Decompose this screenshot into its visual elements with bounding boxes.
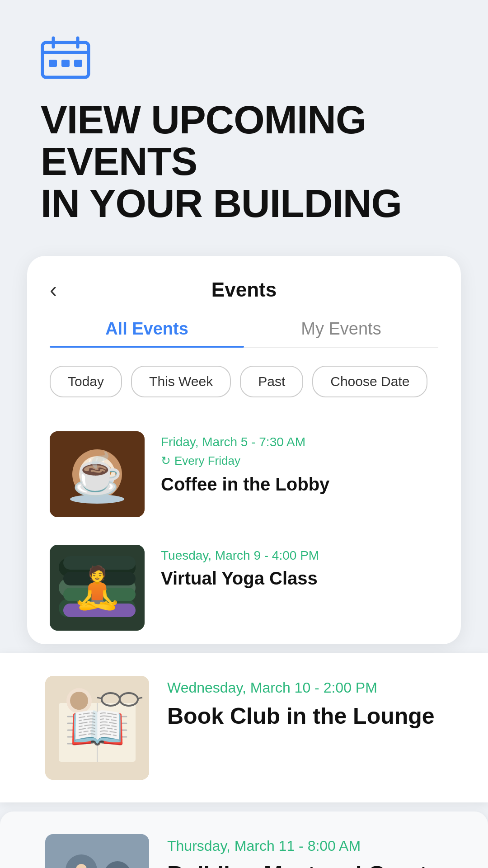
svg-rect-19: [63, 604, 136, 617]
tab-my-events[interactable]: My Events: [244, 319, 438, 347]
hero-title: VIEW UPCOMING EVENTS IN YOUR BUILDING: [41, 99, 447, 224]
svg-point-45: [76, 864, 87, 868]
event-image-book: [45, 676, 149, 780]
event-info-meet: Thursday, March 11 - 8:00 AM Building Me…: [167, 834, 443, 868]
svg-line-40: [97, 698, 102, 698]
event-date-book: Wednesday, March 10 - 2:00 PM: [167, 679, 443, 696]
tab-all-events[interactable]: All Events: [50, 319, 244, 347]
svg-rect-4: [49, 60, 57, 67]
event-title-meet: Building Meet and Greet: [167, 861, 443, 868]
event-title-yoga: Virtual Yoga Class: [161, 567, 438, 589]
filter-past[interactable]: Past: [240, 366, 303, 397]
filter-choose-date[interactable]: Choose Date: [312, 366, 427, 397]
event-date-coffee: Friday, March 5 - 7:30 AM: [161, 435, 438, 449]
bottom-cards: Wednesday, March 10 - 2:00 PM Book Club …: [0, 653, 488, 868]
svg-rect-22: [63, 556, 136, 570]
event-info-book: Wednesday, March 10 - 2:00 PM Book Club …: [167, 676, 443, 730]
svg-point-10: [83, 462, 112, 480]
event-info-coffee: Friday, March 5 - 7:30 AM ↻ Every Friday…: [161, 431, 438, 495]
svg-line-41: [138, 698, 142, 698]
svg-rect-5: [61, 60, 70, 67]
calendar-icon: [41, 36, 90, 79]
svg-point-11: [84, 464, 110, 478]
svg-point-36: [70, 692, 88, 710]
svg-rect-12: [80, 477, 114, 482]
tabs-row: All Events My Events: [50, 319, 438, 348]
event-recurring-coffee: ↻ Every Friday: [161, 454, 438, 468]
svg-point-9: [79, 456, 115, 492]
svg-rect-7: [50, 431, 145, 517]
app-header-title: Events: [211, 278, 277, 301]
svg-rect-21: [63, 572, 136, 585]
event-item-meet[interactable]: Thursday, March 11 - 8:00 AM Building Me…: [0, 811, 488, 868]
filter-today[interactable]: Today: [50, 366, 122, 397]
event-title-coffee: Coffee in the Lobby: [161, 473, 438, 495]
event-item-book[interactable]: Wednesday, March 10 - 2:00 PM Book Club …: [0, 653, 488, 802]
svg-rect-42: [45, 834, 149, 868]
svg-rect-24: [59, 703, 136, 762]
svg-rect-20: [63, 588, 136, 601]
event-date-meet: Thursday, March 11 - 8:00 AM: [167, 838, 443, 854]
svg-rect-6: [74, 60, 82, 67]
event-image-yoga: [50, 545, 145, 631]
event-image-meet: [45, 834, 149, 868]
event-title-book: Book Club in the Lounge: [167, 703, 443, 730]
event-date-yoga: Tuesday, March 9 - 4:00 PM: [161, 548, 438, 563]
svg-point-13: [70, 495, 124, 504]
filter-this-week[interactable]: This Week: [131, 366, 231, 397]
app-card: ‹ Events All Events My Events Today This…: [27, 256, 461, 644]
recur-icon: ↻: [161, 454, 171, 468]
event-item-coffee[interactable]: Friday, March 5 - 7:30 AM ↻ Every Friday…: [50, 418, 438, 531]
svg-point-8: [72, 449, 122, 499]
event-item-yoga[interactable]: Tuesday, March 9 - 4:00 PM Virtual Yoga …: [50, 531, 438, 644]
event-image-coffee: [50, 431, 145, 517]
filter-row: Today This Week Past Choose Date: [50, 366, 438, 397]
events-list: Friday, March 5 - 7:30 AM ↻ Every Friday…: [50, 418, 438, 644]
back-button[interactable]: ‹: [50, 279, 57, 301]
event-info-yoga: Tuesday, March 9 - 4:00 PM Virtual Yoga …: [161, 545, 438, 589]
app-header: ‹ Events: [50, 278, 438, 301]
